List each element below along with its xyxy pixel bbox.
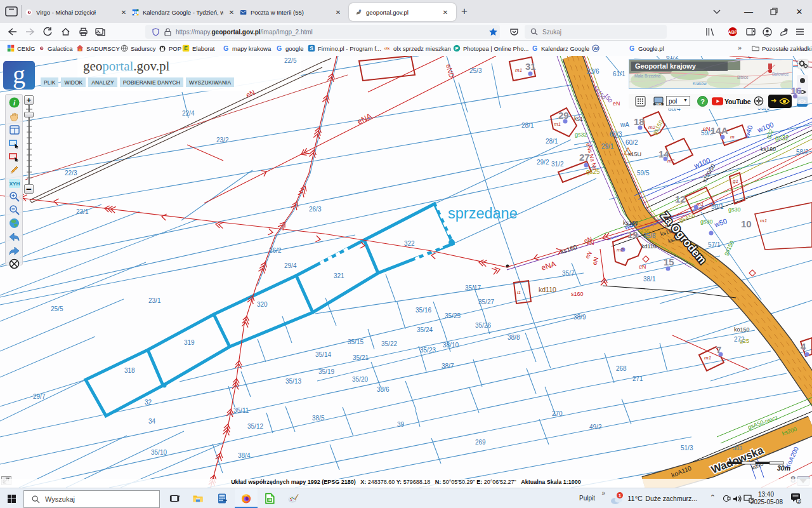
svg-text:gs30: gs30	[728, 206, 741, 213]
svg-text:28/1: 28/1	[521, 122, 534, 129]
svg-text:23/1: 23/1	[76, 208, 89, 215]
svg-text:25/5: 25/5	[51, 305, 63, 312]
svg-text:eN: eN	[587, 240, 594, 246]
svg-text:27: 27	[579, 152, 590, 163]
svg-text:59/5: 59/5	[637, 170, 650, 177]
svg-text:35/27: 35/27	[478, 298, 494, 305]
svg-text:38/1: 38/1	[643, 276, 656, 283]
svg-text:m1: m1	[697, 201, 704, 207]
svg-text:m: m	[730, 134, 735, 140]
svg-text:s15U: s15U	[628, 151, 641, 157]
svg-text:Batowice: Batowice	[772, 72, 789, 76]
svg-text:G: G	[277, 44, 282, 52]
svg-text:4: 4	[801, 341, 806, 352]
svg-text:G: G	[629, 44, 634, 52]
svg-text:35/26: 35/26	[475, 322, 491, 329]
svg-text:30m: 30m	[777, 464, 790, 472]
svg-text:XYH: XYH	[9, 181, 20, 187]
svg-text:29: 29	[558, 110, 569, 121]
svg-text:35/19: 35/19	[318, 368, 334, 375]
svg-text:S: S	[310, 46, 313, 51]
svg-text:35/14: 35/14	[315, 351, 331, 358]
svg-text:320: 320	[257, 301, 268, 308]
svg-text:l1: l1	[517, 290, 521, 295]
svg-text:35/22: 35/22	[381, 340, 397, 347]
svg-text:18: 18	[634, 116, 645, 127]
svg-text:271: 271	[632, 375, 643, 382]
svg-text:wA: wA	[620, 121, 629, 128]
svg-text:321: 321	[334, 272, 344, 279]
svg-text:319: 319	[184, 339, 195, 346]
svg-text:P: P	[455, 46, 458, 51]
svg-text:12: 12	[675, 194, 686, 204]
svg-text:23/1: 23/1	[148, 297, 161, 304]
svg-text:29/4: 29/4	[284, 262, 297, 269]
svg-text:gs32: gs32	[775, 135, 789, 142]
svg-text:38/6: 38/6	[377, 386, 390, 393]
svg-text:270: 270	[552, 410, 563, 417]
svg-text:60/3: 60/3	[610, 131, 622, 138]
svg-text:W: W	[593, 46, 598, 51]
svg-text:eN: eN	[703, 126, 710, 132]
svg-text:?: ?	[700, 98, 705, 105]
svg-text:32: 32	[145, 399, 152, 406]
svg-text:35/21: 35/21	[353, 354, 369, 361]
svg-text:g1: g1	[733, 178, 738, 184]
svg-text:m2: m2	[667, 158, 675, 164]
svg-text:38/5: 38/5	[312, 415, 325, 422]
svg-text:olx: olx	[384, 46, 390, 50]
svg-text:935: 935	[640, 228, 650, 234]
svg-text:58/2: 58/2	[796, 149, 809, 156]
svg-text:38/4: 38/4	[238, 452, 251, 459]
svg-text:eN: eN	[639, 264, 646, 270]
svg-text:sprzedane: sprzedane	[448, 205, 518, 222]
svg-text:22/4: 22/4	[182, 110, 195, 117]
svg-text:kd110: kd110	[641, 243, 657, 250]
svg-text:19: 19	[627, 229, 638, 240]
svg-text:322: 322	[404, 240, 415, 247]
svg-text:38/7: 38/7	[442, 363, 454, 370]
svg-text:23/6: 23/6	[587, 68, 599, 75]
svg-text:7: 7	[716, 344, 721, 355]
svg-text:49/2: 49/2	[589, 424, 602, 431]
svg-text:29/7: 29/7	[33, 393, 46, 400]
svg-text:m2: m2	[648, 124, 656, 130]
svg-text:35/11: 35/11	[233, 407, 249, 414]
svg-text:35/12: 35/12	[247, 423, 263, 430]
svg-text:ABP: ABP	[728, 30, 738, 34]
svg-text:23/2: 23/2	[216, 137, 229, 144]
svg-text:m2: m2	[617, 247, 624, 253]
svg-text:1: 1	[619, 493, 622, 498]
svg-text:E: E	[184, 46, 188, 51]
svg-text:60/2: 60/2	[625, 139, 638, 146]
svg-text:ks1: ks1	[574, 116, 583, 122]
svg-text:35/23: 35/23	[420, 347, 436, 354]
svg-text:38/9: 38/9	[573, 314, 586, 321]
svg-text:35/15: 35/15	[348, 338, 363, 345]
svg-text:Bibice: Bibice	[737, 75, 749, 79]
svg-text:Kraków: Kraków	[693, 81, 707, 86]
svg-text:35/24: 35/24	[417, 326, 433, 333]
svg-text:38/8: 38/8	[508, 334, 520, 341]
svg-text:eN: eN	[613, 100, 620, 107]
svg-text:26/2: 26/2	[269, 247, 282, 254]
svg-text:35/7: 35/7	[562, 270, 575, 277]
svg-text:269: 269	[475, 439, 486, 446]
svg-text:29/2: 29/2	[537, 159, 549, 166]
svg-text:26/3: 26/3	[309, 206, 322, 213]
svg-text:57/1: 57/1	[708, 241, 721, 248]
svg-text:38/10: 38/10	[443, 342, 459, 349]
svg-text:22/5: 22/5	[284, 57, 297, 64]
svg-text:51/3: 51/3	[681, 444, 693, 451]
svg-text:31: 31	[134, 11, 138, 14]
svg-text:G: G	[532, 44, 537, 52]
svg-text:25/3: 25/3	[469, 67, 482, 74]
svg-text:34: 34	[148, 418, 156, 425]
svg-text:kd110: kd110	[539, 286, 556, 293]
svg-text:318: 318	[124, 367, 135, 374]
svg-text:35/16: 35/16	[416, 307, 431, 314]
svg-text:61/1: 61/1	[613, 70, 625, 77]
svg-text:Mała Brzezina: Mała Brzezina	[634, 74, 661, 78]
svg-text:268: 268	[616, 365, 627, 372]
svg-text:SMS: SMS	[655, 103, 662, 106]
